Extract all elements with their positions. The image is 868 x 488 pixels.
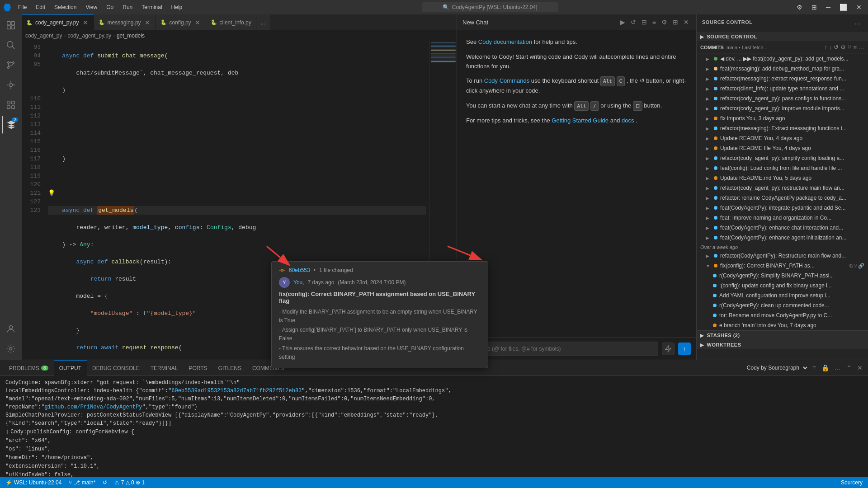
commit-item-10[interactable]: ▶ refactor(cody_agent_py): simplify conf… (697, 153, 868, 163)
commit-item-12[interactable]: ▶ Update README.md You, 5 days ago (697, 173, 868, 183)
commit-item-4[interactable]: ▶ refactor(cody_agent_py): pass configs … (697, 94, 868, 103)
tab-cody-agent-py[interactable]: 🐍 cody_agent_py.py ✕ (22, 14, 94, 30)
sub-commit-0[interactable]: r(CodyAgentPy): Simplify BINARY_PATH ass… (697, 271, 868, 281)
status-warnings[interactable]: ⚠ 7 △ 0 ⊗ 1 (113, 477, 146, 488)
commit-item-17[interactable]: ▶ feat(CodyAgentPy): enhance chat intera… (697, 223, 868, 233)
breadcrumb-item-0[interactable]: cody_agent_py (25, 33, 62, 39)
commit-item-3[interactable]: ▶ refactor(client_info): update type ann… (697, 84, 868, 94)
tab-gitlens[interactable]: GITLENS (213, 360, 247, 376)
tab-debug-console[interactable]: DEBUG CONSOLE (87, 360, 145, 376)
commit-item-7[interactable]: ▶ refactor(messaging): Extract messaging… (697, 123, 868, 133)
commits-refresh-btn[interactable]: ↺ (834, 44, 839, 51)
cody-split-btn[interactable]: ⊞ (671, 18, 680, 27)
activity-cody[interactable]: 2 (2, 116, 20, 134)
commit-item-5[interactable]: ▶ refactor(cody_agent_py): improve modul… (697, 103, 868, 113)
menu-terminal[interactable]: Terminal (138, 2, 165, 12)
commit-item-11[interactable]: ▶ feat(config): Load config from file an… (697, 163, 868, 173)
icon-link[interactable]: 🔗 (858, 263, 864, 269)
sub-commit-1[interactable]: :(config): update config and fix binary … (697, 281, 868, 291)
commits-down-btn[interactable]: ↓ (829, 44, 832, 51)
tab-overflow[interactable]: ... (256, 14, 270, 30)
activity-account[interactable] (2, 320, 20, 338)
commit-item-8[interactable]: ▶ Update README You, 4 days ago (697, 133, 868, 143)
commits-filter-btn[interactable]: ≡ (853, 44, 857, 51)
menu-edit[interactable]: Edit (32, 2, 49, 12)
output-min-btn[interactable]: ⌃ (844, 363, 854, 372)
menu-go[interactable]: Go (103, 2, 117, 12)
cody-send-button[interactable]: ↑ (678, 343, 691, 355)
terminal-output[interactable]: CodyEngine: spawnBfg:stderr "got request… (0, 376, 868, 477)
status-wsl[interactable]: ⚡ WSL: Ubuntu-22.04 (4, 477, 63, 488)
cody-settings-btn[interactable]: ⚙ (660, 18, 669, 27)
tab-output[interactable]: OUTPUT (54, 360, 87, 376)
menu-selection[interactable]: Selection (51, 2, 80, 12)
output-source-select[interactable]: Cody by Sourcegraph (743, 363, 809, 372)
cody-chat-btn[interactable]: ⊟ (640, 18, 649, 27)
menu-file[interactable]: File (14, 2, 30, 12)
activity-debug[interactable] (2, 76, 20, 94)
remote-icon[interactable]: ⊞ (809, 3, 820, 12)
status-branch[interactable]: ⑂ ⎇ main* (67, 477, 97, 488)
activity-explorer[interactable] (2, 16, 20, 34)
tab-config[interactable]: 🐍 config.py ✕ (156, 14, 206, 30)
title-bar-search[interactable]: 🔍 CodyAgentPy [WSL: Ubuntu-22.04] (422, 2, 558, 12)
tab-messaging[interactable]: 🐍 messaging.py ✕ (94, 14, 156, 30)
menu-run[interactable]: Run (119, 2, 136, 12)
commit-item-14[interactable]: ▶ refactor: rename CodyAgentPy package t… (697, 193, 868, 203)
cody-docs-link[interactable]: docs (622, 117, 634, 124)
menu-view[interactable]: View (82, 2, 101, 12)
cody-message-input[interactable] (462, 342, 658, 356)
commit-item-1[interactable]: ▶ feat(messaging): add debug_method_map … (697, 64, 868, 74)
tab-close-2[interactable]: ✕ (194, 18, 201, 27)
tab-ports[interactable]: PORTS (183, 360, 212, 376)
activity-extensions[interactable] (2, 96, 20, 114)
commit-item-18[interactable]: ▶ feat(CodyAgentPy): enhance agent initi… (697, 233, 868, 243)
cody-refresh-btn[interactable]: ↺ (629, 18, 638, 27)
activity-search[interactable] (2, 36, 20, 54)
status-sync[interactable]: ↺ (101, 477, 109, 488)
worktrees-section[interactable]: ▶ WORKTREES (697, 340, 868, 349)
cody-play-btn[interactable]: ▶ (618, 18, 627, 27)
output-layout-btn[interactable]: ≡ (811, 363, 818, 372)
commits-branch-btn[interactable]: ⑂ (848, 44, 851, 51)
cody-doc-link[interactable]: Cody documentation (478, 38, 532, 45)
close-btn[interactable]: ✕ (854, 3, 864, 12)
week-commit-1[interactable]: ▼ fix(config): Correct BINARY_PATH as...… (697, 261, 868, 271)
sc-more-btn[interactable]: … (853, 18, 863, 27)
tab-close-0[interactable]: ✕ (82, 18, 89, 27)
commits-up-btn[interactable]: ↑ (824, 44, 827, 51)
commits-more-btn[interactable]: … (859, 44, 864, 51)
activity-settings[interactable] (2, 340, 20, 358)
breadcrumb-item-1[interactable]: cody_agent_py.py (67, 33, 111, 39)
tab-close-1[interactable]: ✕ (144, 18, 151, 27)
icon-branch[interactable]: ⑂ (854, 263, 857, 269)
breadcrumb-item-2[interactable]: get_models (117, 33, 145, 39)
commit-item-2[interactable]: ▶ refactor(messaging): extract request_r… (697, 74, 868, 84)
sub-commit-4[interactable]: tor: Rename and move CodyAgentPy.py to C… (697, 310, 868, 320)
stashes-section[interactable]: ▶ STASHES (2) (697, 330, 868, 340)
output-more-btn[interactable]: … (833, 363, 843, 372)
cody-enhance-button[interactable] (662, 343, 675, 355)
commit-item-16[interactable]: ▶ feat: Improve naming and organization … (697, 213, 868, 223)
tab-client-info[interactable]: 🐍 client_info.py (206, 14, 256, 30)
minimize-btn[interactable]: ─ (823, 3, 833, 12)
commits-settings-btn[interactable]: ⚙ (840, 44, 846, 51)
status-sourcery[interactable]: Sourcery (839, 479, 864, 486)
week-commit-0[interactable]: ▶ refactor(CodyAgentPy): Restructure mai… (697, 251, 868, 261)
commit-item-0[interactable]: ▶ ◀ dev, ... ▶▶ feat(cody_agent_py): add… (697, 54, 868, 64)
commit-item-13[interactable]: ▶ refactor(cody_agent_py): restructure m… (697, 183, 868, 193)
output-close-btn[interactable]: ✕ (855, 363, 864, 372)
restore-btn[interactable]: ⬜ (837, 3, 850, 12)
cody-getting-started-link[interactable]: Getting Started Guide (552, 117, 609, 124)
settings-icon[interactable]: ⚙ (794, 3, 805, 12)
activity-git[interactable] (2, 56, 20, 74)
sub-commit-2[interactable]: Add YAML configuration and improve setup… (697, 291, 868, 300)
cody-list-btn[interactable]: ≡ (651, 18, 658, 27)
icon-copy[interactable]: ⧉ (849, 263, 853, 269)
tab-problems[interactable]: PROBLEMS 8 (4, 360, 54, 376)
output-lock-btn[interactable]: 🔒 (820, 363, 831, 372)
sc-source-control-section[interactable]: ▶ SOURCE CONTROL (697, 32, 868, 41)
commit-item-6[interactable]: ▶ fix imports You, 3 days ago (697, 113, 868, 123)
cody-cmd-link[interactable]: Cody Commands (484, 77, 529, 84)
sub-commit-3[interactable]: r(CodyAgentPy): clean up commented code.… (697, 300, 868, 310)
